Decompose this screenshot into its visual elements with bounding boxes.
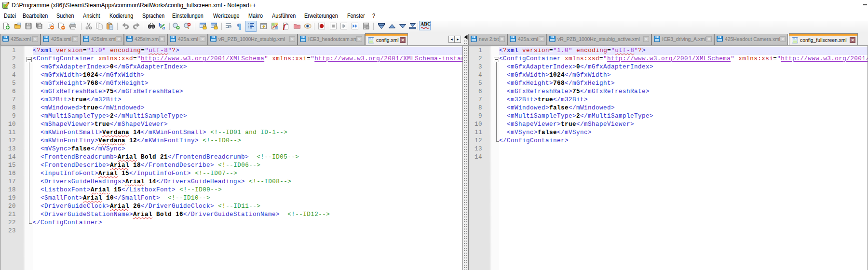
svg-text:¶: ¶ xyxy=(237,22,241,30)
